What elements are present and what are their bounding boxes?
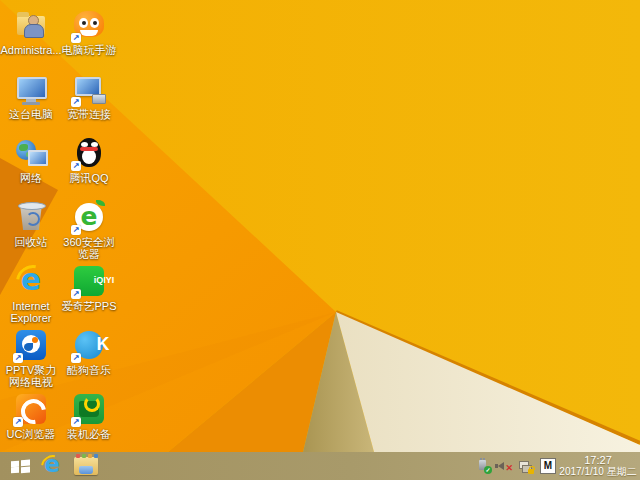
desktop-icon-broadband[interactable]: ↗ 宽带连接 — [58, 72, 120, 120]
desktop-icon-iqiyi[interactable]: iQIYI ↗ 爱奇艺PPS — [58, 264, 120, 312]
desktop-icon-kugou[interactable]: K ↗ 酷狗音乐 — [58, 328, 120, 376]
shortcut-arrow-icon: ↗ — [71, 33, 81, 43]
icon-label: UC浏览器 — [0, 428, 62, 440]
taskbar-internet-explorer-button[interactable]: e — [36, 452, 68, 480]
icon-label: PPTV聚力 网络电视 — [0, 364, 62, 388]
usb-safely-remove-icon[interactable]: ✓ — [477, 459, 491, 473]
desktop-icon-qq[interactable]: ↗ 腾讯QQ — [58, 136, 120, 184]
clock-date: 2017/1/10 星期二 — [558, 466, 638, 478]
shortcut-arrow-icon: ↗ — [71, 417, 81, 427]
desktop-icon-pptv[interactable]: ↗ PPTV聚力 网络电视 — [0, 328, 62, 388]
system-tray: ✓ ✕ M — [477, 452, 556, 480]
taskbar-clock[interactable]: 17:27 2017/1/10 星期二 — [558, 454, 638, 478]
shortcut-arrow-icon: ↗ — [71, 97, 81, 107]
taskbar: e ✓ ✕ M 17:27 2017/1/10 星期二 — [0, 452, 640, 480]
shortcut-arrow-icon: ↗ — [71, 161, 81, 171]
desktop-icon-essential-apps[interactable]: ↗ 装机必备 — [58, 392, 120, 440]
volume-muted-icon[interactable]: ✕ — [498, 459, 512, 473]
shortcut-arrow-icon: ↗ — [71, 289, 81, 299]
shortcut-arrow-icon: ↗ — [71, 225, 81, 235]
desktop-icon-pc-mobile-games[interactable]: ↗ 电脑玩手游 — [58, 8, 120, 56]
start-button[interactable] — [4, 452, 36, 480]
taskbar-file-explorer-button[interactable] — [70, 452, 102, 480]
desktop-icon-uc-browser[interactable]: ↗ UC浏览器 — [0, 392, 62, 440]
shortcut-arrow-icon: ↗ — [13, 417, 23, 427]
shortcut-arrow-icon: ↗ — [13, 353, 23, 363]
icon-label: 电脑玩手游 — [58, 44, 120, 56]
desktop-icon-administrator[interactable]: Administra... — [0, 8, 62, 56]
icon-label: 腾讯QQ — [58, 172, 120, 184]
shortcut-arrow-icon: ↗ — [71, 353, 81, 363]
icon-label: 360安全浏览器 — [58, 236, 120, 260]
icon-label: 宽带连接 — [58, 108, 120, 120]
icon-label: 爱奇艺PPS — [58, 300, 120, 312]
network-status-icon[interactable] — [519, 459, 533, 473]
ie-icon: e — [40, 454, 64, 478]
icon-label: 回收站 — [0, 236, 62, 248]
desktop-icon-this-pc[interactable]: 这台电脑 — [0, 72, 62, 120]
clock-time: 17:27 — [558, 454, 638, 466]
desktop: Administra... ↗ 电脑玩手游 这台电脑 ↗ 宽带连接 网络 ↗ 腾… — [0, 0, 640, 480]
icon-label: 装机必备 — [58, 428, 120, 440]
desktop-icon-internet-explorer[interactable]: e Internet Explorer — [0, 264, 62, 324]
icon-label: Administra... — [0, 44, 62, 56]
ime-indicator[interactable]: M — [540, 458, 556, 474]
modem-icon — [92, 94, 106, 104]
windows-logo-icon — [11, 459, 29, 474]
desktop-icon-network[interactable]: 网络 — [0, 136, 62, 184]
desktop-icon-360-browser[interactable]: e ↗ 360安全浏览器 — [58, 200, 120, 260]
file-explorer-icon — [74, 457, 98, 475]
icon-label: 这台电脑 — [0, 108, 62, 120]
icon-label: 网络 — [0, 172, 62, 184]
desktop-icon-recycle-bin[interactable]: 回收站 — [0, 200, 62, 248]
computer-icon — [17, 77, 47, 99]
icon-label: 酷狗音乐 — [58, 364, 120, 376]
icon-label: Internet Explorer — [0, 300, 62, 324]
monitor-icon — [28, 150, 48, 166]
